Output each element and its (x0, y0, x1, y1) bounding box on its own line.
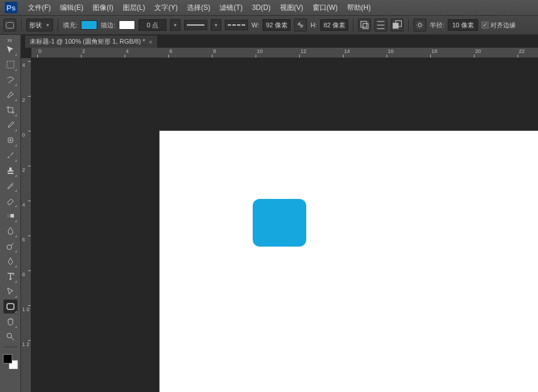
width-label: W: (252, 22, 259, 28)
stroke-style-dropdown[interactable]: ▼ (211, 19, 221, 31)
menu-3d[interactable]: 3D(D) (247, 1, 275, 14)
document-area: 未标题-1 @ 100% (圆角矩形 1, RGB/8) * × 0 2 4 6… (21, 35, 538, 392)
path-arrange-icon[interactable] (391, 19, 404, 31)
svg-rect-10 (7, 304, 14, 309)
svg-rect-0 (361, 22, 367, 27)
stroke-style-dashed[interactable] (225, 20, 248, 30)
tool-eyedropper[interactable] (3, 118, 17, 132)
svg-point-11 (7, 333, 12, 338)
radius-label: 半径: (430, 21, 444, 30)
tool-eraser[interactable] (3, 194, 17, 208)
stroke-style-solid[interactable] (184, 20, 207, 30)
height-label: H: (310, 22, 317, 28)
svg-rect-1 (363, 24, 369, 29)
fill-swatch[interactable] (81, 20, 97, 30)
menu-image[interactable]: 图像(I) (88, 1, 118, 15)
ruler-tick-label: 4 (22, 62, 25, 68)
path-align-icon[interactable] (374, 19, 387, 31)
separator (21, 19, 22, 31)
ruler-tick-label: 1 2 (22, 341, 30, 347)
ruler-tick-label: 6 (22, 237, 25, 243)
ruler-tick-label: 22 (519, 48, 525, 54)
menu-layer[interactable]: 图层(L) (118, 1, 150, 15)
tool-brush[interactable] (3, 148, 17, 162)
ruler-tick-label: 2 (22, 167, 25, 173)
tool-pen[interactable] (3, 254, 17, 268)
menu-file[interactable]: 文件(F) (23, 1, 55, 15)
tool-type[interactable] (3, 269, 17, 283)
ruler-horizontal: 0 2 4 6 8 10 12 14 16 18 20 22 (31, 48, 538, 58)
gear-icon[interactable] (413, 19, 426, 31)
radius-input[interactable] (448, 19, 478, 31)
ruler-tick-label: 2 (82, 48, 85, 54)
toolbox-divider (3, 347, 17, 347)
tool-zoom[interactable] (3, 330, 17, 344)
ruler-tick-label: 2 (22, 97, 25, 103)
ruler-tick-label: 12 (300, 48, 306, 54)
close-icon[interactable]: × (148, 38, 152, 45)
tool-quick-select[interactable] (3, 88, 17, 102)
menu-help[interactable]: 帮助(H) (342, 1, 376, 15)
path-op-combine-icon[interactable] (358, 19, 371, 31)
tool-crop[interactable] (3, 103, 17, 117)
toolbox-grip[interactable]: ›› (8, 36, 13, 40)
tool-preset-icon[interactable] (3, 19, 16, 31)
ruler-tick-label: 16 (388, 48, 394, 54)
separator (353, 19, 353, 31)
ruler-tick-label: 18 (431, 48, 437, 54)
shape-mode-value: 形状 (29, 21, 42, 30)
tool-rounded-rectangle[interactable] (3, 300, 17, 313)
foreground-color-swatch[interactable] (3, 354, 12, 364)
tool-blur[interactable] (3, 224, 17, 238)
menu-filter[interactable]: 滤镜(T) (215, 1, 247, 15)
rounded-rectangle-shape[interactable] (253, 199, 306, 247)
stroke-size-dropdown[interactable]: ▼ (170, 19, 180, 31)
ruler-tick-label: 1 0 (22, 307, 30, 312)
checkmark-icon: ✓ (482, 22, 489, 28)
svg-point-4 (419, 23, 422, 26)
ruler-tick-label: 8 (213, 48, 216, 54)
tool-lasso[interactable] (3, 73, 17, 87)
fill-label: 填充: (63, 21, 77, 30)
height-input[interactable] (320, 19, 348, 31)
tool-dodge[interactable] (3, 239, 17, 253)
tool-marquee[interactable] (3, 58, 17, 72)
separator (408, 19, 409, 31)
align-edges-label: 对齐边缘 (490, 21, 516, 30)
document-tab-title: 未标题-1 @ 100% (圆角矩形 1, RGB/8) * (30, 37, 145, 46)
tool-move[interactable] (3, 42, 17, 56)
menu-bar: Ps 文件(F) 编辑(E) 图像(I) 图层(L) 文字(Y) 选择(S) 滤… (0, 0, 538, 15)
width-input[interactable] (263, 19, 291, 31)
document-tab[interactable]: 未标题-1 @ 100% (圆角矩形 1, RGB/8) * × (24, 35, 158, 48)
stroke-size-input[interactable] (139, 19, 167, 31)
svg-point-9 (7, 245, 12, 250)
menu-window[interactable]: 窗口(W) (308, 1, 342, 15)
tool-stamp[interactable] (3, 163, 17, 177)
ruler-tick-label: 8 (22, 272, 25, 277)
tool-hand[interactable] (3, 315, 17, 329)
stroke-swatch[interactable] (119, 20, 135, 30)
tool-history-brush[interactable] (3, 179, 17, 193)
ruler-tick-label: 20 (475, 48, 481, 54)
shape-mode-select[interactable]: 形状▼ (26, 19, 53, 31)
ruler-tick-label: 4 (22, 202, 25, 208)
svg-rect-8 (7, 214, 10, 218)
menu-select[interactable]: 选择(S) (182, 1, 215, 15)
tool-path-select[interactable] (3, 284, 17, 298)
toolbox: ›› (0, 35, 21, 392)
tool-healing[interactable] (3, 133, 17, 147)
ruler-tick-label: 0 (38, 48, 41, 54)
menu-view[interactable]: 视图(V) (275, 1, 308, 15)
ruler-tick-label: 10 (257, 48, 263, 54)
ruler-tick-label: 6 (169, 48, 172, 54)
tool-gradient[interactable] (3, 209, 17, 223)
menu-type[interactable]: 文字(Y) (150, 1, 182, 15)
workspace: ›› 未标题-1 @ 100% (圆角矩形 1, RGB/8) * × (0, 35, 538, 392)
color-swatches[interactable] (3, 354, 18, 369)
link-wh-icon[interactable] (294, 19, 307, 31)
align-edges-checkbox[interactable]: ✓ 对齐边缘 (482, 21, 516, 30)
canvas-viewport[interactable] (31, 58, 538, 392)
stroke-label: 描边: (101, 21, 115, 30)
menu-edit[interactable]: 编辑(E) (55, 1, 88, 15)
canvas[interactable] (160, 131, 538, 392)
